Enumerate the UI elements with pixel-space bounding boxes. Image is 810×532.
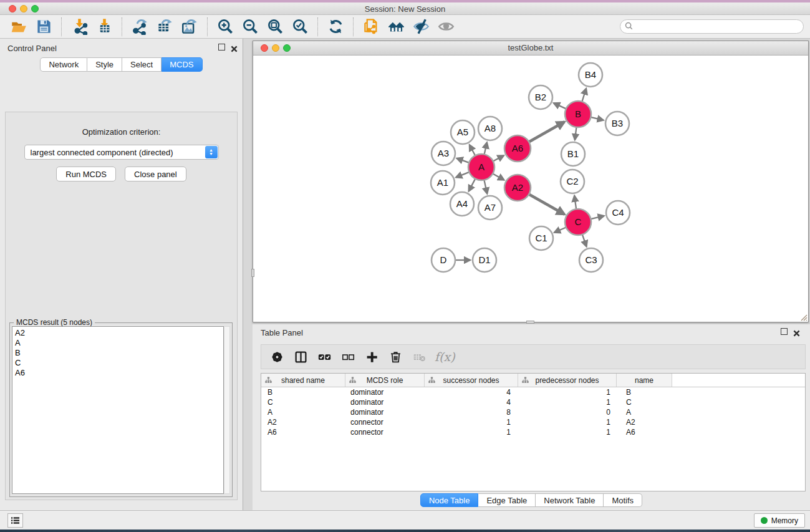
mcds-result-item[interactable]: A2 (15, 328, 221, 338)
add-row-icon[interactable] (361, 347, 382, 366)
table-cell[interactable]: A (617, 408, 672, 417)
graph-node-D[interactable]: D (432, 248, 455, 272)
column-header-predecessor-nodes[interactable]: predecessor nodes (518, 374, 617, 387)
graph-node-C1[interactable]: C1 (529, 226, 553, 250)
column-header-MCDS-role[interactable]: MCDS role (345, 374, 425, 387)
table-cell[interactable]: C (617, 398, 672, 407)
home-icon[interactable] (383, 17, 408, 37)
mcds-result-item[interactable]: A (15, 338, 221, 348)
graph-edge-B-B1[interactable] (575, 127, 577, 140)
table-cell[interactable]: 4 (425, 398, 518, 407)
export-network-icon[interactable] (127, 17, 152, 37)
graph-node-A1[interactable]: A1 (431, 171, 455, 195)
graph-edge-C-C2[interactable] (574, 196, 576, 209)
criterion-dropdown[interactable]: largest connected component (directed) ▲… (24, 145, 219, 160)
refresh-icon[interactable] (323, 17, 348, 37)
float-table-panel-icon[interactable] (781, 328, 788, 335)
divider-handle-left[interactable] (251, 269, 254, 277)
table-cell[interactable]: 1 (518, 418, 617, 427)
graph-node-B2[interactable]: B2 (529, 85, 552, 109)
zoom-in-icon[interactable] (213, 17, 238, 37)
graph-edge-B-B4[interactable] (582, 89, 586, 102)
network-from-document-icon[interactable] (359, 17, 383, 37)
graph-node-C[interactable]: C (565, 209, 591, 235)
network-window-titlebar[interactable]: testGlobe.txt (253, 41, 808, 56)
graph-node-C2[interactable]: C2 (561, 170, 584, 193)
graph-node-B[interactable]: B (565, 101, 591, 127)
tab-node-table[interactable]: Node Table (420, 493, 479, 507)
graph-edge-A2-C[interactable] (529, 194, 564, 214)
close-panel-icon[interactable] (231, 44, 238, 55)
table-cell[interactable]: 1 (518, 428, 617, 437)
column-header-successor-nodes[interactable]: successor nodes (425, 374, 518, 387)
table-row[interactable]: A6connector11A6 (261, 427, 805, 437)
import-network-icon[interactable] (67, 17, 92, 37)
show-graphics-details-icon[interactable] (433, 17, 458, 37)
graph-edge-B-B2[interactable] (554, 103, 566, 109)
table-row[interactable]: Bdominator41B (261, 387, 805, 397)
graph-edge-A-A6[interactable] (493, 156, 504, 162)
graph-node-C4[interactable]: C4 (606, 201, 630, 225)
graph-node-B3[interactable]: B3 (605, 112, 629, 135)
graph-node-B4[interactable]: B4 (579, 63, 602, 87)
tab-network-table[interactable]: Network Table (536, 493, 604, 507)
graph-edge-A6-B[interactable] (529, 122, 564, 142)
table-cell[interactable]: 0 (518, 408, 617, 417)
mcds-result-item[interactable]: A6 (15, 368, 221, 378)
graph-edge-A-A3[interactable] (457, 158, 470, 163)
window-resize-grip[interactable] (799, 312, 808, 321)
table-row[interactable]: Cdominator41C (261, 397, 805, 407)
table-cell[interactable]: 1 (425, 418, 518, 427)
table-cell[interactable]: A (261, 408, 345, 417)
network-canvas[interactable]: B4B2BB3A5A8A6B1A3AC2A1A2A4A7CC4C1C3DD1 (253, 56, 808, 322)
graph-node-A8[interactable]: A8 (478, 117, 502, 140)
tab-select[interactable]: Select (122, 57, 162, 72)
table-cell[interactable]: 4 (425, 388, 518, 397)
tab-style[interactable]: Style (87, 57, 122, 72)
memory-button[interactable]: Memory (754, 513, 805, 528)
table-cell[interactable]: 1 (518, 398, 617, 407)
export-table-icon[interactable] (152, 17, 177, 37)
table-cell[interactable]: dominator (345, 408, 425, 417)
zoom-fit-icon[interactable] (263, 17, 287, 37)
column-header-name[interactable]: name (617, 374, 672, 387)
mcds-result-item[interactable]: C (15, 358, 221, 368)
tab-mcds[interactable]: MCDS (162, 57, 202, 72)
graph-node-C3[interactable]: C3 (579, 248, 603, 272)
mcds-result-item[interactable]: B (15, 348, 221, 358)
run-mcds-button[interactable]: Run MCDS (56, 167, 116, 181)
hide-graphics-details-icon[interactable] (408, 17, 433, 37)
table-cell[interactable]: B (261, 388, 345, 397)
graph-node-A7[interactable]: A7 (478, 196, 502, 220)
table-cell[interactable]: dominator (345, 398, 425, 407)
table-cell[interactable]: C (261, 398, 345, 407)
search-box[interactable] (620, 19, 804, 34)
settings-icon[interactable] (266, 347, 287, 366)
graph-edge-A-A5[interactable] (470, 145, 475, 155)
result-scrollbar[interactable] (224, 326, 230, 494)
export-image-icon[interactable] (177, 17, 202, 37)
zoom-selected-icon[interactable] (287, 17, 312, 37)
graph-node-A2[interactable]: A2 (504, 175, 531, 201)
table-cell[interactable]: A6 (261, 428, 345, 437)
table-cell[interactable]: A2 (261, 418, 345, 427)
table-cell[interactable]: connector (345, 428, 425, 437)
search-input[interactable] (633, 22, 803, 31)
graph-node-A4[interactable]: A4 (450, 192, 474, 216)
open-session-icon[interactable] (6, 17, 31, 37)
close-table-panel-icon[interactable] (793, 328, 800, 339)
save-session-icon[interactable] (31, 17, 56, 37)
table-cell[interactable]: B (617, 388, 672, 397)
column-header-shared-name[interactable]: shared name (261, 374, 345, 387)
node-table[interactable]: shared nameMCDS rolesuccessor nodesprede… (261, 373, 806, 491)
table-cell[interactable]: A6 (617, 428, 672, 437)
table-cell[interactable]: 1 (518, 388, 617, 397)
graph-node-B1[interactable]: B1 (561, 142, 585, 166)
delete-row-icon[interactable] (385, 347, 406, 366)
deselect-all-icon[interactable] (337, 347, 359, 366)
graph-node-D1[interactable]: D1 (473, 248, 496, 272)
mcds-result-list[interactable]: A2ABCA6 (12, 326, 224, 494)
task-history-button[interactable] (7, 513, 23, 528)
table-row[interactable]: Adominator80A (261, 407, 805, 417)
tab-network[interactable]: Network (40, 57, 87, 72)
